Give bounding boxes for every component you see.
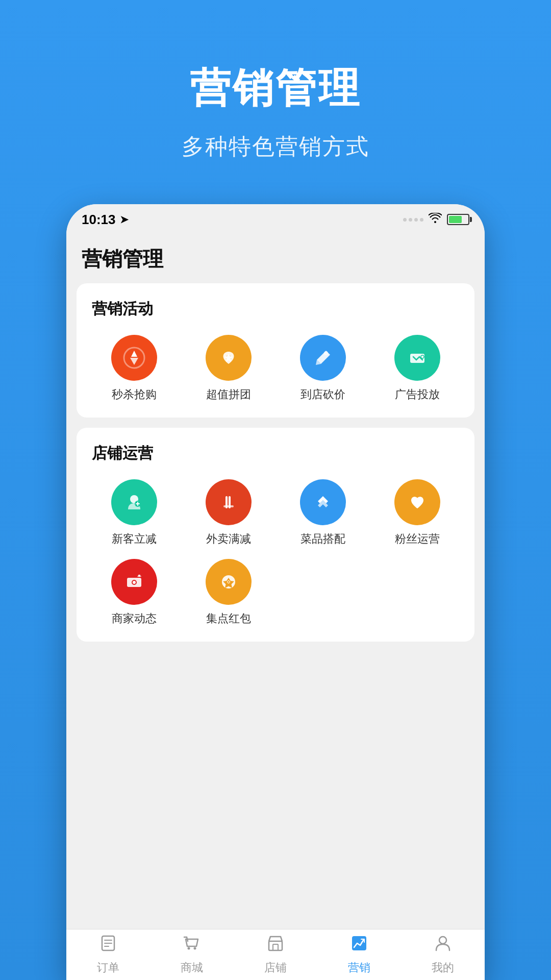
group-item[interactable]: 超值拼团 — [186, 335, 270, 402]
orders-icon — [99, 934, 117, 957]
ads-label: 广告投放 — [395, 387, 440, 402]
svg-rect-24 — [273, 944, 278, 950]
nav-orders-label: 订单 — [97, 960, 119, 975]
redpacket-label: 集点红包 — [206, 611, 251, 626]
status-bar: 10:13 ➤ — [66, 204, 485, 235]
redpacket-item[interactable]: 集点红包 — [186, 559, 270, 626]
svg-rect-23 — [269, 941, 282, 950]
empty-cell-2 — [375, 559, 459, 626]
delivery-item[interactable]: 外卖满减 — [186, 479, 270, 547]
time-display: 10:13 — [82, 212, 116, 228]
group-label: 超值拼团 — [206, 387, 251, 402]
nav-mall[interactable]: 商城 — [161, 934, 222, 975]
shop-operations-card: 店铺运营 新客立减 — [77, 428, 474, 642]
nav-store-label: 店铺 — [264, 960, 287, 975]
page-title: 营销管理 — [82, 245, 469, 273]
fans-item[interactable]: 粉丝运营 — [375, 479, 459, 547]
newcustomer-label: 新客立减 — [112, 531, 157, 547]
dish-item[interactable]: 菜品搭配 — [281, 479, 365, 547]
svg-point-22 — [194, 947, 196, 950]
delivery-icon-bg — [206, 479, 252, 525]
shop-operations-title: 店铺运营 — [92, 443, 459, 464]
choprice-label: 到店砍价 — [300, 387, 345, 402]
group-icon-bg — [206, 335, 252, 381]
svg-point-2 — [324, 351, 328, 355]
ads-icon-bg — [394, 335, 440, 381]
merchant-icon-bg — [111, 559, 157, 605]
nav-mine-label: 我的 — [432, 960, 454, 975]
marketing-icon — [350, 934, 368, 957]
svg-rect-14 — [137, 576, 141, 577]
redpacket-icon-bg — [206, 559, 252, 605]
delivery-label: 外卖满减 — [206, 531, 251, 547]
nav-store[interactable]: 店铺 — [245, 934, 306, 975]
hero-section: 营销管理 多种特色营销方式 — [0, 61, 551, 162]
svg-point-26 — [439, 937, 446, 944]
status-icons — [403, 213, 469, 226]
hero-subtitle: 多种特色营销方式 — [0, 132, 551, 162]
svg-rect-25 — [352, 936, 366, 950]
dish-icon-bg — [300, 479, 346, 525]
mine-icon — [434, 934, 452, 957]
shop-ops-row1: 新客立减 外卖满减 — [92, 479, 459, 547]
newcustomer-icon-bg — [111, 479, 157, 525]
store-icon — [266, 934, 285, 957]
location-arrow-icon: ➤ — [120, 213, 129, 226]
status-time: 10:13 ➤ — [82, 212, 129, 228]
nav-mine[interactable]: 我的 — [412, 934, 473, 975]
newcustomer-item[interactable]: 新客立减 — [92, 479, 176, 547]
choprice-icon-bg — [300, 335, 346, 381]
phone-mockup: 10:13 ➤ 营销管理 — [66, 204, 485, 980]
merchant-label: 商家动态 — [112, 611, 157, 626]
shop-ops-row2: 商家动态 集点红包 — [92, 559, 459, 626]
nav-orders[interactable]: 订单 — [78, 934, 139, 975]
nav-mall-label: 商城 — [181, 960, 203, 975]
svg-point-4 — [421, 355, 424, 358]
battery-icon — [447, 214, 469, 225]
nav-marketing[interactable]: 营销 — [329, 934, 390, 975]
merchant-item[interactable]: 商家动态 — [92, 559, 176, 626]
nav-marketing-label: 营销 — [348, 960, 370, 975]
marketing-activities-title: 营销活动 — [92, 299, 459, 320]
mall-icon — [183, 934, 201, 957]
svg-point-21 — [188, 947, 190, 950]
svg-rect-9 — [223, 505, 234, 507]
seckill-item[interactable]: 秒杀抢购 — [92, 335, 176, 402]
dish-label: 菜品搭配 — [300, 531, 345, 547]
hero-title: 营销管理 — [0, 61, 551, 116]
choprice-item[interactable]: 到店砍价 — [281, 335, 365, 402]
app-content: 营销管理 营销活动 秒杀抢购 — [66, 235, 485, 929]
bottom-nav: 订单 商城 店铺 — [66, 929, 485, 980]
seckill-label: 秒杀抢购 — [112, 387, 157, 402]
fans-icon-bg — [394, 479, 440, 525]
ads-item[interactable]: 广告投放 — [375, 335, 459, 402]
page-header: 营销管理 — [66, 235, 485, 283]
fans-label: 粉丝运营 — [395, 531, 440, 547]
seckill-icon-bg — [111, 335, 157, 381]
svg-point-12 — [133, 581, 136, 584]
marketing-activities-grid: 秒杀抢购 超值拼团 — [92, 335, 459, 402]
signal-icon — [403, 218, 423, 222]
marketing-activities-card: 营销活动 秒杀抢购 — [77, 283, 474, 418]
empty-cell-1 — [281, 559, 365, 626]
wifi-icon — [429, 213, 442, 226]
